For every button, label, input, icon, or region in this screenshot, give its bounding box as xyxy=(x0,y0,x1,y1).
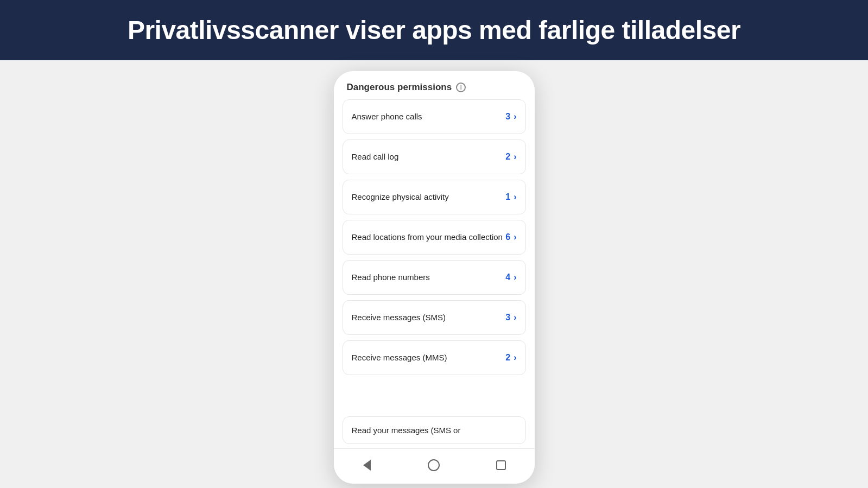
permission-right: 2 › xyxy=(505,353,516,363)
main-content: Dangerous permissions i Answer phone cal… xyxy=(0,60,868,488)
chevron-right-icon: › xyxy=(514,232,516,242)
chevron-right-icon: › xyxy=(514,112,516,122)
permission-count: 3 xyxy=(505,112,510,122)
permission-label: Read locations from your media collectio… xyxy=(352,232,506,243)
permission-count: 3 xyxy=(505,313,510,322)
phone-mockup: Dangerous permissions i Answer phone cal… xyxy=(334,71,535,484)
nav-recents-button[interactable] xyxy=(491,455,511,475)
section-header: Dangerous permissions i xyxy=(334,71,535,99)
permission-count: 2 xyxy=(505,152,510,162)
permission-right: 6 › xyxy=(505,232,516,242)
permission-label: Read phone numbers xyxy=(352,272,506,283)
permission-right: 2 › xyxy=(505,152,516,162)
permission-label: Recognize physical activity xyxy=(352,192,506,202)
permission-label: Receive messages (SMS) xyxy=(352,312,506,323)
permission-item-read-call-log[interactable]: Read call log 2 › xyxy=(343,140,526,174)
chevron-right-icon: › xyxy=(514,353,516,363)
nav-home-button[interactable] xyxy=(424,455,443,475)
section-title: Dangerous permissions xyxy=(347,82,452,93)
permission-item-recognize-physical-activity[interactable]: Recognize physical activity 1 › xyxy=(343,180,526,214)
recents-icon xyxy=(496,460,506,470)
permission-count: 4 xyxy=(505,272,510,282)
home-icon xyxy=(428,459,440,471)
permission-count: 1 xyxy=(505,192,510,202)
permission-right: 3 › xyxy=(505,112,516,122)
header-banner: Privatlivsscanner viser apps med farlige… xyxy=(0,0,868,60)
info-icon[interactable]: i xyxy=(456,83,466,92)
permission-right: 4 › xyxy=(505,272,516,282)
permission-count: 2 xyxy=(505,353,510,363)
permission-item-receive-mms[interactable]: Receive messages (MMS) 2 › xyxy=(343,340,526,375)
permission-item-read-locations-media[interactable]: Read locations from your media collectio… xyxy=(343,220,526,255)
chevron-right-icon: › xyxy=(514,152,516,162)
page-title: Privatlivsscanner viser apps med farlige… xyxy=(128,15,740,45)
back-icon xyxy=(363,460,371,471)
permission-label: Read call log xyxy=(352,151,506,162)
permission-item-read-phone-numbers[interactable]: Read phone numbers 4 › xyxy=(343,260,526,295)
permission-label-partial: Read your messages (SMS or xyxy=(352,426,461,435)
permission-label: Receive messages (MMS) xyxy=(352,352,506,363)
permission-item-receive-sms[interactable]: Receive messages (SMS) 3 › xyxy=(343,300,526,335)
permission-label: Answer phone calls xyxy=(352,111,506,122)
nav-back-button[interactable] xyxy=(357,455,377,475)
permission-right: 1 › xyxy=(505,192,516,202)
permission-item-answer-phone-calls[interactable]: Answer phone calls 3 › xyxy=(343,99,526,134)
permission-count: 6 xyxy=(505,232,510,242)
chevron-right-icon: › xyxy=(514,272,516,282)
permissions-list: Answer phone calls 3 › Read call log 2 ›… xyxy=(334,99,535,416)
permission-item-read-messages-partial[interactable]: Read your messages (SMS or xyxy=(343,416,526,444)
chevron-right-icon: › xyxy=(514,313,516,322)
permission-right: 3 › xyxy=(505,313,516,322)
bottom-nav xyxy=(334,448,535,484)
chevron-right-icon: › xyxy=(514,192,516,202)
